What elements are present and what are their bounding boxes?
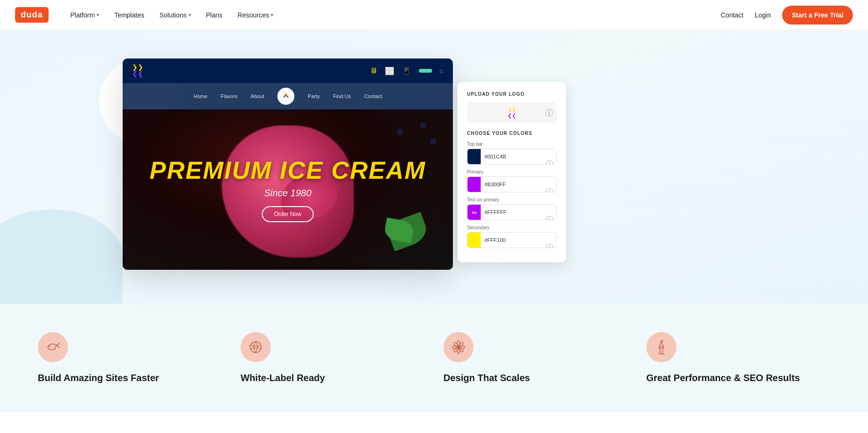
panel-card: Upload Your Logo ❯❯ ❮❮ ℹ Choose Your Col… <box>458 82 566 262</box>
color-topbar-info-icon[interactable]: ℹ <box>546 160 553 165</box>
color-primary-info-icon[interactable]: ℹ <box>546 188 553 192</box>
flower-icon <box>450 339 467 356</box>
builder-nav-contact[interactable]: Contact <box>364 93 382 99</box>
nav-plans[interactable]: Plans <box>200 8 229 23</box>
color-text-on-primary-label: Text on primary <box>467 197 557 202</box>
features-section: Build Amazing Sites Faster White-Label R… <box>0 304 868 412</box>
builder-nav-home[interactable]: Home <box>193 93 207 99</box>
color-primary-label: Primary <box>467 169 557 175</box>
nav-templates[interactable]: Templates <box>108 8 151 23</box>
fish-icon <box>44 339 61 356</box>
color-topbar-input[interactable]: #001C4B ℹ <box>467 149 557 165</box>
builder-nav-logo <box>277 88 294 105</box>
builder-nav-flavors[interactable]: Flavors <box>221 93 238 99</box>
color-row-text-on-primary: Text on primary Aa #FFFFFF ℹ <box>467 197 557 220</box>
builder-brand-icon: ❯❯ ❮❮ <box>132 64 143 78</box>
globe-icon <box>247 339 264 356</box>
feature-design-icon-wrap <box>443 332 474 362</box>
builder-nav: Home Flavors About Party Find Us Contact <box>123 83 453 109</box>
builder-topbar: ❯❯ ❮❮ 🖥 ⬜ 📱 ⌂ <box>123 58 453 83</box>
chevron-yellow-icon: ❯❯ <box>132 64 143 70</box>
feature-design-title: Design That Scales <box>443 372 530 384</box>
nav-solutions[interactable]: Solutions ▾ <box>153 8 198 23</box>
hero-blob <box>0 209 123 304</box>
builder-hero-title: PREMIUM ICE CREAM <box>150 157 426 184</box>
builder-hero-text: PREMIUM ICE CREAM Since 1980 Order Now <box>150 157 426 222</box>
nav-resources[interactable]: Resources ▾ <box>231 8 280 23</box>
ice-cream-logo-icon <box>281 91 291 101</box>
upload-info-icon[interactable]: ℹ <box>545 109 553 117</box>
builder-nav-about[interactable]: About <box>251 93 265 99</box>
builder-hero-subtitle: Since 1980 <box>150 188 426 199</box>
builder-nav-party[interactable]: Party <box>308 93 320 99</box>
color-text-on-primary-value: #FFFFFF <box>481 209 546 215</box>
svg-point-1 <box>284 93 287 96</box>
nav-links: Platform ▾ Templates Solutions ▾ Plans R… <box>64 8 721 23</box>
color-row-primary: Primary #B300FF ℹ <box>467 169 557 192</box>
feature-build-icon-wrap <box>38 332 68 362</box>
logo[interactable]: duda <box>15 7 49 23</box>
mobile-icon[interactable]: 📱 <box>402 67 411 75</box>
svg-point-5 <box>457 341 459 345</box>
builder-hero-image: PREMIUM ICE CREAM Since 1980 Order Now <box>123 109 453 270</box>
lighthouse-icon <box>653 339 670 356</box>
feature-performance-title: Great Performance & SEO Results <box>646 372 800 384</box>
home-icon[interactable]: ⌂ <box>440 67 443 75</box>
feature-white-label: White-Label Ready <box>241 332 425 384</box>
builder-nav-findus[interactable]: Find Us <box>333 93 351 99</box>
color-secondary-label: Secondary <box>467 225 557 230</box>
color-topbar-value: #001C4B <box>481 154 546 159</box>
svg-point-7 <box>452 346 457 348</box>
builder-mockup: ❯❯ ❮❮ 🖥 ⬜ 📱 ⌂ Home Flavors About <box>123 58 453 270</box>
order-now-button[interactable]: Order Now <box>262 206 314 222</box>
color-text-on-primary-input[interactable]: Aa #FFFFFF ℹ <box>467 204 557 220</box>
builder-toggle[interactable] <box>419 69 432 73</box>
color-row-topbar: Top bar #001C4B ℹ <box>467 142 557 165</box>
color-topbar-label: Top bar <box>467 142 557 147</box>
panel-upload-title: Upload Your Logo <box>467 92 557 97</box>
color-secondary-info-icon[interactable]: ℹ <box>546 244 553 248</box>
desktop-icon[interactable]: 🖥 <box>370 67 377 75</box>
chevron-purple-icon: ❮❮ <box>132 70 143 77</box>
resources-chevron-icon: ▾ <box>271 12 273 17</box>
feature-build-title: Build Amazing Sites Faster <box>38 372 159 384</box>
svg-point-6 <box>457 350 459 354</box>
login-link[interactable]: Login <box>755 11 771 19</box>
tablet-icon[interactable]: ⬜ <box>385 67 394 75</box>
panel-colors-title: Choose Your Colors <box>467 131 557 136</box>
builder-device-icons: 🖥 ⬜ 📱 ⌂ <box>370 67 443 75</box>
color-primary-input[interactable]: #B300FF ℹ <box>467 176 557 192</box>
nav-right: Contact Login Start a Free Trial <box>721 6 853 25</box>
navbar: duda Platform ▾ Templates Solutions ▾ Pl… <box>0 0 868 30</box>
solutions-chevron-icon: ▾ <box>189 12 191 17</box>
feature-white-label-title: White-Label Ready <box>241 372 325 384</box>
builder-wrapper: ❯❯ ❮❮ 🖥 ⬜ 📱 ⌂ Home Flavors About <box>123 58 453 270</box>
svg-point-2 <box>49 346 50 347</box>
feature-performance: Great Performance & SEO Results <box>646 332 830 384</box>
color-primary-swatch <box>467 176 481 192</box>
panel-logo-upload[interactable]: ❯❯ ❮❮ ℹ <box>467 102 557 123</box>
feature-performance-icon-wrap <box>646 332 676 362</box>
blueberry-1 <box>397 129 403 135</box>
color-text-on-primary-swatch: Aa <box>467 204 481 220</box>
svg-point-4 <box>457 345 460 349</box>
svg-point-8 <box>461 346 465 348</box>
color-row-secondary: Secondary #FFF100 ℹ <box>467 225 557 248</box>
color-secondary-swatch <box>467 232 481 248</box>
builder-logo-area: ❯❯ ❮❮ <box>132 64 143 78</box>
start-trial-button[interactable]: Start a Free Trial <box>782 6 853 25</box>
svg-point-3 <box>250 341 261 352</box>
svg-rect-13 <box>660 348 662 354</box>
nav-platform[interactable]: Platform ▾ <box>64 8 106 23</box>
platform-chevron-icon: ▾ <box>97 12 99 17</box>
panel-logo-mark: ❯❯ ❮❮ <box>508 107 516 119</box>
svg-point-17 <box>660 341 662 343</box>
text-swatch-label: Aa <box>472 210 476 215</box>
feature-build-sites: Build Amazing Sites Faster <box>38 332 222 384</box>
feature-design-scales: Design That Scales <box>443 332 627 384</box>
color-secondary-input[interactable]: #FFF100 ℹ <box>467 232 557 248</box>
contact-link[interactable]: Contact <box>721 11 743 19</box>
feature-white-label-icon-wrap <box>241 332 271 362</box>
hero-section: ❯❯ ❮❮ 🖥 ⬜ 📱 ⌂ Home Flavors About <box>0 30 868 304</box>
color-text-on-primary-info-icon[interactable]: ℹ <box>546 216 553 220</box>
